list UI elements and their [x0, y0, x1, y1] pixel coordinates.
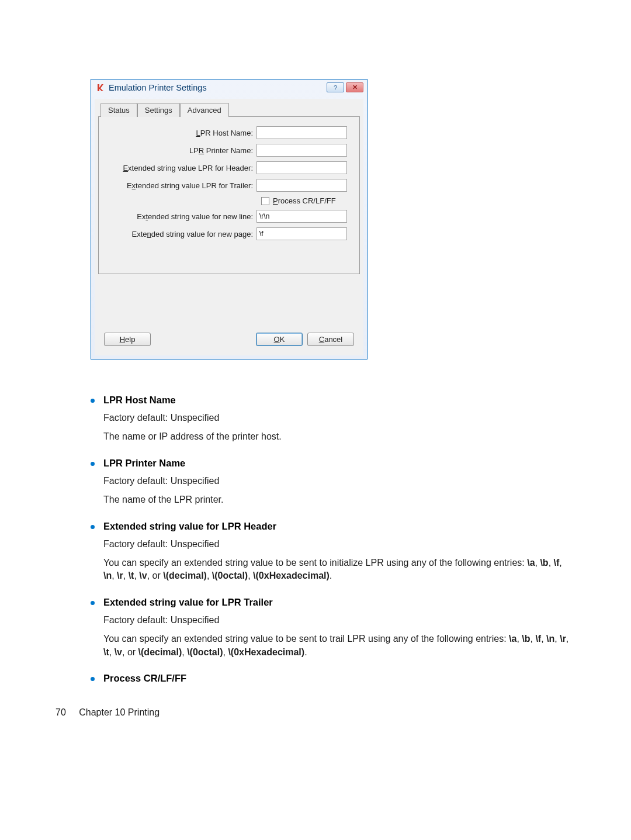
new-line-label: Extended string value for new line: — [105, 212, 256, 221]
list-item: Process CR/LF/FF — [91, 673, 573, 684]
item-paragraph: Factory default: Unspecified — [103, 538, 573, 551]
dialog-title: Emulation Printer Settings — [109, 83, 327, 92]
lpr-trailer-input[interactable] — [256, 179, 347, 192]
item-title: Process CR/LF/FF — [103, 673, 573, 684]
page-footer: 70 Chapter 10 Printing — [56, 707, 573, 718]
tab-advanced[interactable]: Advanced — [180, 103, 229, 117]
cancel-button[interactable]: Cancel — [307, 333, 354, 346]
dialog-body: Status Settings Advanced LPR Host Name: … — [95, 99, 363, 355]
lpr-trailer-label: Extended string value LPR for Trailer: — [105, 181, 256, 190]
item-paragraph-rich: You can specify an extended string value… — [103, 632, 573, 659]
list-item: LPR Printer Name Factory default: Unspec… — [91, 458, 573, 507]
process-crlfff-checkbox[interactable] — [261, 197, 269, 205]
tab-status[interactable]: Status — [100, 103, 137, 117]
dialog-window: Emulation Printer Settings ? ✕ Status Se… — [91, 79, 367, 359]
item-title: LPR Printer Name — [103, 458, 573, 469]
list-item: Extended string value for LPR Trailer Fa… — [91, 597, 573, 659]
lpr-host-name-input[interactable] — [256, 126, 347, 139]
chapter-label: Chapter 10 Printing — [79, 707, 160, 717]
help-titlebar-button[interactable]: ? — [327, 82, 344, 92]
item-title: Extended string value for LPR Trailer — [103, 597, 573, 608]
item-paragraph: The name of the LPR printer. — [103, 493, 573, 506]
item-title: LPR Host Name — [103, 395, 573, 406]
app-icon — [96, 83, 105, 92]
page-number: 70 — [56, 707, 66, 717]
new-page-input[interactable] — [256, 227, 347, 240]
new-line-input[interactable] — [256, 210, 347, 223]
lpr-printer-name-input[interactable] — [256, 144, 347, 157]
lpr-host-name-label: LPR Host Name: — [105, 129, 256, 137]
list-item: Extended string value for LPR Header Fac… — [91, 521, 573, 583]
tab-strip: Status Settings Advanced — [100, 102, 360, 116]
lpr-header-label: Extended string value LPR for Header: — [105, 164, 256, 172]
title-bar: Emulation Printer Settings ? ✕ — [91, 79, 367, 95]
item-paragraph-rich: You can specify an extended string value… — [103, 556, 573, 583]
item-title: Extended string value for LPR Header — [103, 521, 573, 532]
tab-pane-advanced: LPR Host Name: LPR Printer Name: Extende… — [98, 116, 360, 274]
list-item: LPR Host Name Factory default: Unspecifi… — [91, 395, 573, 444]
item-paragraph: Factory default: Unspecified — [103, 475, 573, 488]
doc-list: LPR Host Name Factory default: Unspecifi… — [91, 395, 573, 684]
process-crlfff-label: Process CR/LF/FF — [273, 196, 336, 205]
close-button[interactable]: ✕ — [346, 82, 363, 92]
item-paragraph: Factory default: Unspecified — [103, 412, 573, 424]
new-page-label: Extended string value for new page: — [105, 230, 256, 238]
item-paragraph: Factory default: Unspecified — [103, 614, 573, 627]
bullet-icon — [91, 462, 95, 466]
item-paragraph: The name or IP address of the printer ho… — [103, 430, 573, 443]
lpr-header-input[interactable] — [256, 161, 347, 174]
bullet-icon — [91, 399, 95, 403]
bullet-icon — [91, 677, 95, 681]
ok-button[interactable]: OK — [256, 333, 303, 346]
bullet-icon — [91, 601, 95, 605]
lpr-printer-name-label: LPR Printer Name: — [105, 146, 256, 155]
dialog-button-bar: Help OK Cancel — [98, 274, 360, 350]
help-button[interactable]: Help — [104, 333, 151, 346]
bullet-icon — [91, 525, 95, 529]
tab-settings[interactable]: Settings — [137, 103, 180, 117]
